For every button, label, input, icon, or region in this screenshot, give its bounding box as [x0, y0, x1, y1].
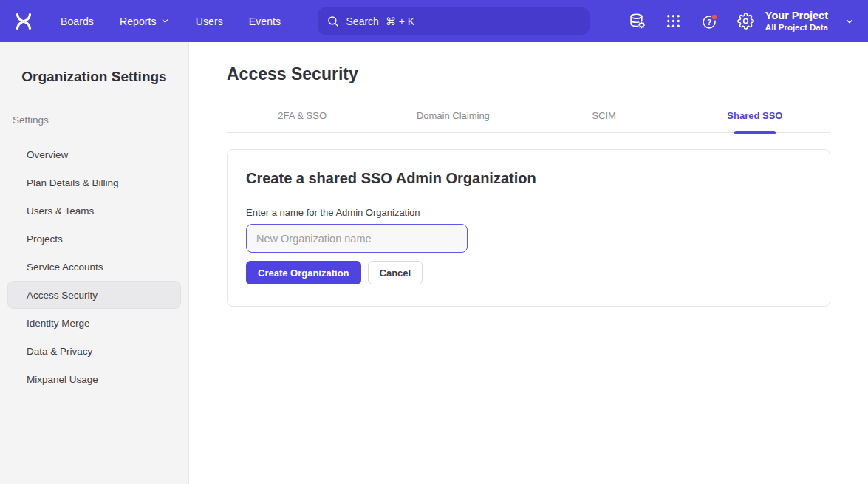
sidebar-item-users-teams[interactable]: Users & Teams — [0, 197, 188, 225]
nav-link-label: Reports — [120, 16, 157, 27]
sidebar-item-data-privacy[interactable]: Data & Privacy — [0, 337, 188, 365]
tab-label: Domain Claiming — [417, 110, 490, 121]
top-navigation-bar: Boards Reports Users Events Search ⌘ + K — [0, 0, 868, 42]
apps-grid-icon[interactable] — [665, 13, 683, 30]
nav-link-boards[interactable]: Boards — [61, 16, 94, 27]
nav-utility-icons: ? — [629, 13, 755, 30]
sidebar-item-mixpanel-usage[interactable]: Mixpanel Usage — [0, 365, 188, 393]
sidebar-item-overview[interactable]: Overview — [0, 140, 188, 168]
create-organization-button[interactable]: Create Organization — [246, 261, 361, 284]
sidebar-item-label: Overview — [27, 149, 68, 160]
sidebar-item-label: Projects — [27, 234, 63, 245]
sidebar-item-label: Plan Details & Billing — [27, 177, 119, 188]
sidebar-item-label: Service Accounts — [27, 262, 103, 273]
sidebar-item-label: Identity Merge — [27, 318, 90, 329]
tab-2fa-sso[interactable]: 2FA & SSO — [227, 106, 377, 132]
search-shortcut-hint: ⌘ + K — [386, 16, 414, 27]
create-shared-sso-card: Create a shared SSO Admin Organization E… — [227, 149, 830, 307]
sidebar-nav-list: Overview Plan Details & Billing Users & … — [0, 140, 188, 393]
chevron-down-icon — [844, 16, 855, 27]
primary-nav-links: Boards Reports Users Events — [61, 16, 281, 27]
sidebar-item-projects[interactable]: Projects — [0, 225, 188, 253]
card-title: Create a shared SSO Admin Organization — [246, 170, 811, 187]
search-icon — [327, 15, 340, 28]
nav-link-reports[interactable]: Reports — [120, 16, 170, 27]
project-switcher-labels: Your Project All Project Data — [765, 9, 828, 33]
sidebar-item-label: Users & Teams — [27, 205, 94, 217]
settings-sidebar: Organization Settings Settings Overview … — [0, 42, 189, 484]
project-name: Your Project — [765, 9, 828, 22]
data-management-icon[interactable] — [629, 13, 646, 30]
tab-scim[interactable]: SCIM — [529, 106, 680, 132]
tab-shared-sso[interactable]: Shared SSO — [680, 106, 830, 132]
nav-link-label: Boards — [61, 16, 94, 27]
cancel-button[interactable]: Cancel — [368, 261, 423, 284]
sidebar-item-label: Access Security — [27, 290, 98, 301]
tab-label: 2FA & SSO — [278, 110, 327, 121]
main-content: Access Security 2FA & SSO Domain Claimin… — [189, 42, 868, 484]
mixpanel-logo-icon[interactable] — [12, 10, 35, 33]
tab-label: Shared SSO — [727, 110, 782, 121]
settings-gear-icon[interactable] — [737, 13, 755, 30]
org-name-field-label: Enter a name for the Admin Organization — [246, 207, 811, 218]
help-icon[interactable]: ? — [701, 13, 719, 30]
project-switcher[interactable]: Your Project All Project Data — [765, 9, 855, 33]
tab-label: SCIM — [592, 110, 616, 121]
sidebar-item-access-security[interactable]: Access Security — [7, 281, 181, 309]
access-security-tabs: 2FA & SSO Domain Claiming SCIM Shared SS… — [227, 106, 830, 133]
card-actions: Create Organization Cancel — [246, 261, 811, 284]
nav-link-label: Users — [196, 16, 223, 27]
nav-link-events[interactable]: Events — [249, 16, 281, 27]
tab-domain-claiming[interactable]: Domain Claiming — [377, 106, 528, 132]
sidebar-item-identity-merge[interactable]: Identity Merge — [0, 309, 188, 337]
global-search-input[interactable]: Search ⌘ + K — [318, 7, 590, 35]
sidebar-item-label: Mixpanel Usage — [27, 374, 98, 385]
sidebar-item-plan-details-billing[interactable]: Plan Details & Billing — [0, 168, 188, 197]
svg-text:?: ? — [707, 18, 711, 26]
sidebar-item-service-accounts[interactable]: Service Accounts — [0, 253, 188, 281]
sidebar-section-label: Settings — [13, 115, 188, 126]
project-data-view: All Project Data — [765, 22, 828, 33]
org-name-input[interactable] — [246, 224, 468, 253]
nav-link-users[interactable]: Users — [196, 16, 223, 27]
sidebar-item-label: Data & Privacy — [27, 346, 92, 357]
search-placeholder-text: Search — [346, 16, 379, 27]
nav-link-label: Events — [249, 16, 281, 27]
chevron-down-icon — [160, 16, 170, 26]
page-title: Access Security — [227, 64, 868, 84]
sidebar-title: Organization Settings — [0, 69, 188, 85]
